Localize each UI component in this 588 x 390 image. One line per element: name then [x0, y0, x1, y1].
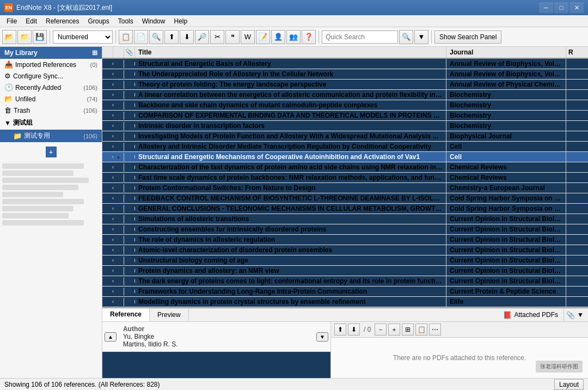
col-title-header[interactable]: Title [135, 47, 446, 58]
minimize-button[interactable]: ─ [539, 2, 553, 13]
table-row[interactable]: ● The dark energy of proteins comes to l… [102, 276, 588, 287]
row-check [102, 249, 113, 251]
pdf-fit[interactable]: ⊞ [402, 324, 414, 336]
tab-attached-pdfs[interactable]: 📕 Attached PDFs [498, 309, 564, 321]
menu-help[interactable]: Help [169, 16, 192, 26]
menu-window[interactable]: Window [138, 16, 170, 26]
col-year-header[interactable]: R [566, 47, 588, 58]
show-search-panel-button[interactable]: Show Search Panel [434, 31, 501, 44]
row-dot: ● [113, 143, 124, 151]
toolbar-btn3[interactable]: 🔍 [149, 30, 163, 44]
sidebar-item-count-trash: (106) [83, 107, 97, 114]
tab-preview[interactable]: Preview [150, 309, 189, 321]
tab-reference[interactable]: Reference [102, 308, 150, 321]
bottom-tab-right: 📕 Attached PDFs 📎 ▼ [493, 309, 588, 321]
table-row[interactable]: ● COMPARISON OF EXPERIMENTAL BINDING DAT… [102, 111, 588, 121]
dot-icon: ● [117, 186, 120, 191]
style-select[interactable]: Numbered [53, 31, 113, 44]
layout-button[interactable]: Layout [554, 379, 584, 390]
sidebar-item-trash[interactable]: 🗑 Trash (106) [0, 105, 102, 116]
row-dot: ● [113, 246, 124, 254]
toolbar-new-library[interactable]: 📂 [2, 30, 16, 44]
toolbar-open-library[interactable]: 📁 [17, 30, 32, 44]
row-check [102, 166, 113, 168]
table-row[interactable]: ● Protein Conformational Switches: From … [102, 183, 588, 193]
row-check [102, 125, 113, 127]
table-row[interactable]: ● The role of dynamics in allosteric reg… [102, 235, 588, 245]
author-value-1: Yu, Bingke [123, 333, 154, 340]
table-row[interactable]: ● Simulations of allosteric transitions … [102, 214, 588, 224]
sidebar-item-unfiled[interactable]: 📂 Unfiled (74) [0, 93, 102, 105]
close-button[interactable]: ✕ [569, 2, 584, 13]
toolbar-btn12[interactable]: 👥 [286, 30, 301, 44]
toolbar-btn6[interactable]: 🔎 [195, 30, 209, 44]
maximize-button[interactable]: □ [554, 2, 568, 13]
table-row[interactable]: ● Frameworks for Understanding Long-Rang… [102, 287, 588, 297]
toolbar-btn1[interactable]: 📋 [119, 30, 133, 44]
row-year [566, 176, 588, 179]
sidebar-item-count-unfiled: (74) [87, 96, 97, 102]
table-row[interactable]: ● Backbone and side chain dynamics of mu… [102, 100, 588, 111]
detail-scroll-up[interactable]: ▲ [105, 332, 117, 342]
toolbar-btn9[interactable]: W [241, 30, 255, 44]
table-row[interactable]: ● Unstructural biology coming of age Cur… [102, 255, 588, 266]
table-row[interactable]: ● Constructing ensembles for intrinsical… [102, 224, 588, 235]
attach-icon: 📎 [566, 311, 575, 319]
toolbar-btn10[interactable]: 📝 [256, 30, 270, 44]
search-button[interactable]: 🔍 [399, 30, 413, 44]
toolbar-btn4[interactable]: ⬆ [164, 30, 179, 44]
toolbar-save[interactable]: 💾 [33, 30, 47, 44]
table-row[interactable]: ● GENERAL CONCLUSIONS - TELEONOMIC MECHA… [102, 204, 588, 214]
pdf-zoom-out[interactable]: － [375, 324, 387, 336]
bottom-panel-options[interactable]: ▼ [577, 311, 584, 319]
toolbar-btn13[interactable]: ❓ [302, 30, 316, 44]
table-row[interactable]: ● Protein dynamics and allostery: an NMR… [102, 266, 588, 276]
row-year [566, 63, 588, 65]
table-row[interactable]: ● Characterization of the fast dynamics … [102, 162, 588, 173]
menu-references[interactable]: References [41, 16, 83, 26]
table-row[interactable]: ● Fast time scale dynamics of protein ba… [102, 173, 588, 183]
row-check [102, 259, 113, 261]
toolbar-btn2[interactable]: 📄 [134, 30, 148, 44]
sidebar-add-area: + [0, 142, 102, 162]
search-input[interactable] [322, 31, 398, 44]
table-row[interactable]: ● Intrinsic disorder in transcription fa… [102, 121, 588, 131]
toolbar-btn5[interactable]: ⬇ [180, 30, 194, 44]
table-row[interactable]: ● Atomic-level characterization of disor… [102, 245, 588, 255]
sidebar-item-recently-added[interactable]: 🕐 Recently Added (106) [0, 82, 102, 93]
search-dropdown[interactable]: ▼ [414, 30, 428, 44]
table-row[interactable]: ● Structural and Energetic Mechanisms of… [102, 152, 588, 162]
toolbar-btn7[interactable]: ✂ [210, 30, 224, 44]
row-attach [124, 197, 135, 200]
table-row[interactable]: ● Allostery and Intrinsic Disorder Media… [102, 142, 588, 152]
table-row[interactable]: ● The Underappreciated Role of Allostery… [102, 69, 588, 80]
pdf-next-page[interactable]: ⬇ [348, 324, 360, 336]
toolbar-btn11[interactable]: 👤 [271, 30, 285, 44]
col-journal-header[interactable]: Journal [446, 47, 566, 58]
sidebar-item-test-group[interactable]: 📁 测试专用 (106) [0, 130, 102, 142]
sidebar-group-header[interactable]: ▼ 测试组 [0, 116, 102, 130]
sidebar-item-imported[interactable]: 📥 Imported References (0) [0, 59, 102, 70]
menu-groups[interactable]: Groups [83, 16, 113, 26]
table-row[interactable]: ● Modelling dynamics in protein crystal … [102, 297, 588, 307]
menu-file[interactable]: File [2, 16, 21, 26]
sidebar-item-configure-sync[interactable]: ⚙ Configure Sync... [0, 70, 102, 82]
row-attach [124, 83, 135, 86]
table-row[interactable]: ● A linear correlation between the energ… [102, 90, 588, 100]
toolbar-btn8[interactable]: ❝ [225, 30, 240, 44]
detail-scroll-down[interactable]: ▼ [316, 332, 328, 342]
table-row[interactable]: ● Theory of protein folding: The energy … [102, 80, 588, 90]
row-title: Simulations of allosteric transitions [135, 214, 446, 224]
table-row[interactable]: ● FEEDBACK CONTROL MECHANISM OF BIOSYNTH… [102, 193, 588, 204]
add-group-button[interactable]: + [46, 147, 57, 157]
dot-icon: ● [117, 300, 120, 305]
pdf-zoom-in[interactable]: ＋ [388, 324, 400, 336]
pdf-more[interactable]: ⋯ [429, 324, 441, 336]
pdf-tab-label: Attached PDFs [514, 311, 558, 319]
pdf-copy[interactable]: 📋 [415, 324, 427, 336]
table-row[interactable]: ● Investigating Models of Protein Functi… [102, 131, 588, 142]
table-row[interactable]: ● Structural and Energetic Basis of Allo… [102, 59, 588, 69]
menu-tools[interactable]: Tools [114, 16, 138, 26]
pdf-prev-page[interactable]: ⬆ [334, 324, 346, 336]
menu-edit[interactable]: Edit [21, 16, 41, 26]
